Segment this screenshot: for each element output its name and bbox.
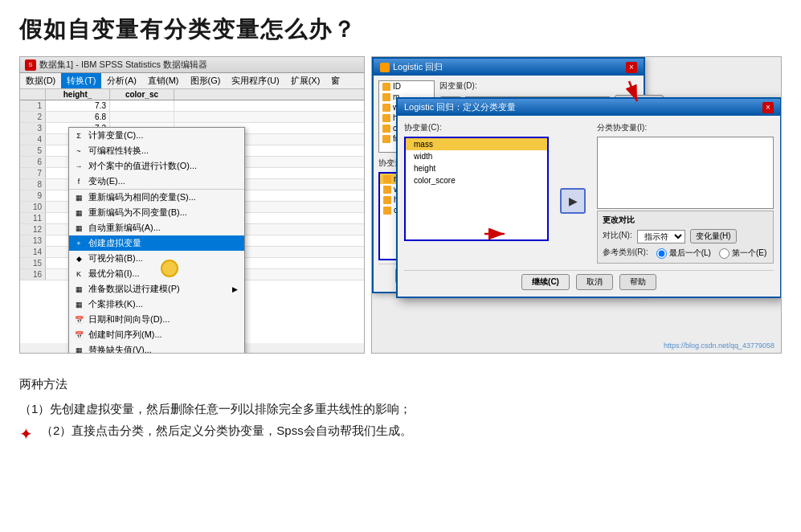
menu-graphs[interactable]: 图形(G)	[185, 73, 227, 88]
change-contrast-btn[interactable]: 变化量(H)	[690, 229, 737, 243]
logistic-close-btn[interactable]: ×	[626, 62, 637, 73]
menu-item-rank[interactable]: ▦ 个案排秩(K)...	[69, 297, 244, 312]
logistic-title: Logistic 回归	[393, 61, 443, 73]
prepare-model-icon: ▦	[72, 283, 85, 296]
timeseries-icon: 📅	[72, 329, 85, 342]
menu-utilities[interactable]: 实用程序(U)	[226, 73, 284, 88]
count-icon: →	[72, 160, 85, 173]
contrast-row: 对比(N): 指示符 变化量(H)	[603, 229, 768, 243]
replace-missing-icon: ▦	[72, 344, 85, 354]
var-icon-co	[382, 125, 390, 133]
dependent-label: 因变量(D):	[439, 80, 610, 92]
define-cat-dialog: Logistic 回归：定义分类变量 × 协变量(C): mass	[396, 97, 782, 298]
logistic-titlebar: Logistic 回归 ×	[374, 59, 644, 76]
create-dummy-icon: +	[72, 237, 85, 250]
ref-first-radio[interactable]	[719, 248, 729, 259]
left-screenshot: S 数据集1] - IBM SPSS Statistics 数据编辑器 数据(D…	[19, 56, 365, 354]
transform-menu: Σ 计算变量(C)... ~ 可编程性转换... → 对个案中的值进行计数(O)…	[68, 127, 245, 354]
change-contrast-label: 更改对比	[603, 215, 768, 226]
star-icon: ✦	[19, 419, 33, 448]
menu-item-visual-bin[interactable]: ◆ 可视分箱(B)...	[69, 251, 244, 266]
btn-cat-cancel[interactable]: 取消	[576, 274, 613, 290]
ref-last-text: 最后一个(L)	[669, 248, 711, 259]
page-title: 假如自变量有分类变量怎么办？	[19, 14, 782, 45]
method-item-1-text: （1）先创建虚拟变量，然后删除任意一列以排除完全多重共线性的影响；	[19, 398, 411, 419]
optimal-bin-icon: K	[72, 268, 85, 280]
menu-extend[interactable]: 扩展(X)	[285, 73, 326, 88]
menu-analyze[interactable]: 分析(A)	[101, 73, 142, 88]
menu-item-shift[interactable]: f 变动(E)...	[69, 174, 244, 189]
watermark: https://blog.csdn.net/qq_43779058	[664, 342, 774, 350]
cat-cov-height: height	[406, 162, 547, 174]
ref-first-text: 第一个(E)	[732, 248, 766, 259]
menu-item-create-dummy[interactable]: + 创建虚拟变量	[69, 235, 244, 251]
ref-radio-row: 参考类别(R): 最后一个(L) 第一个(E)	[603, 247, 768, 260]
menu-item-recode-diff[interactable]: ▦ 重新编码为不同变量(B)...	[69, 205, 244, 220]
cat-covariates-box: mass width height color_score	[404, 137, 549, 241]
menu-item-programmable[interactable]: ~ 可编程性转换...	[69, 143, 244, 158]
contrast-label: 对比(N):	[603, 230, 632, 241]
cursor-indicator	[161, 260, 178, 277]
menu-item-count[interactable]: → 对个案中的值进行计数(O)...	[69, 158, 244, 174]
rank-icon: ▦	[72, 298, 85, 311]
submenu-arrow-icon: ▶	[232, 285, 238, 293]
contrast-select[interactable]: 指示符	[637, 230, 685, 243]
arrow-to-categorical[interactable]: ▶	[560, 188, 586, 214]
shift-icon: f	[72, 175, 85, 188]
menu-item-timeseries[interactable]: 📅 创建时间序列(M)...	[69, 327, 244, 342]
menu-data[interactable]: 数据(D)	[20, 73, 61, 88]
spss-app-icon: S	[25, 59, 36, 71]
left-menubar: 数据(D) 转换(T) 分析(A) 直销(M) 图形(G) 实用程序(U) 扩展…	[20, 73, 364, 89]
cov-icon-width	[383, 186, 391, 194]
method-item-2: ✦ （2）直接点击分类，然后定义分类协变量，Spss会自动帮我们生成。	[19, 419, 782, 448]
method-intro: 两种方法	[19, 373, 782, 395]
menu-transform[interactable]: 转换(T)	[61, 73, 101, 88]
ref-first-label: 第一个(E)	[719, 248, 766, 259]
change-contrast-section: 更改对比 对比(N): 指示符 变化量(H) 参考类别(R):	[597, 211, 774, 264]
data-grid-area: height_ color_sc 17.3 26.8 37.2 47.8 57.…	[20, 89, 364, 343]
var-icon-w	[382, 104, 390, 112]
define-cat-close-btn[interactable]: ×	[762, 102, 774, 113]
cov-icon-height	[383, 196, 391, 204]
screenshots-row: S 数据集1] - IBM SPSS Statistics 数据编辑器 数据(D…	[19, 56, 782, 354]
var-icon-he	[382, 114, 390, 122]
define-cat-titlebar: Logistic 回归：定义分类变量 ×	[398, 99, 780, 116]
define-cat-title: Logistic 回归：定义分类变量	[404, 101, 516, 113]
menu-item-compute[interactable]: Σ 计算变量(C)...	[69, 128, 244, 143]
btn-cat-help[interactable]: 帮助	[619, 274, 656, 290]
ref-last-radio[interactable]	[656, 248, 667, 259]
visual-bin-icon: ◆	[72, 252, 85, 265]
recode-same-icon: ▦	[72, 191, 85, 204]
cat-cov-color: color_score	[406, 174, 547, 186]
auto-recode-icon: ▦	[72, 222, 85, 235]
method-item-2-text: （2）直接点击分类，然后定义分类协变量，Spss会自动帮我们生成。	[41, 419, 412, 441]
menu-item-replace-missing[interactable]: ▦ 替换缺失值(V)...	[69, 342, 244, 354]
cat-dialog-content: 协变量(C): mass width height	[398, 116, 780, 297]
menu-item-recode-same[interactable]: ▦ 重新编码为相同的变量(S)...	[69, 189, 244, 205]
programmable-icon: ~	[72, 145, 85, 158]
menu-item-optimal-bin[interactable]: K 最优分箱(I)...	[69, 266, 244, 281]
ref-label: 参考类别(R):	[603, 247, 648, 258]
left-window-titlebar: S 数据集1] - IBM SPSS Statistics 数据编辑器	[20, 57, 364, 73]
method-item-1: （1）先创建虚拟变量，然后删除任意一列以排除完全多重共线性的影响；	[19, 398, 782, 419]
menu-item-prepare-model[interactable]: ▦ 准备数据以进行建模(P) ▶	[69, 281, 244, 297]
menu-item-datetime[interactable]: 📅 日期和时间向导(D)...	[69, 312, 244, 327]
logistic-window-icon	[380, 63, 390, 72]
menu-window[interactable]: 窗	[325, 73, 345, 88]
col-color-score: color_sc	[110, 89, 174, 100]
recode-diff-icon: ▦	[72, 207, 85, 219]
cat-cov-mass: mass	[406, 138, 547, 150]
right-screenshot: Logistic 回归 × ID m w he	[371, 56, 782, 354]
btn-continue[interactable]: 继续(C)	[521, 274, 570, 290]
row-num-header	[20, 89, 46, 100]
bottom-text: 两种方法 （1）先创建虚拟变量，然后删除任意一列以排除完全多重共线性的影响； ✦…	[19, 366, 782, 448]
menu-direct[interactable]: 直销(M)	[142, 73, 185, 88]
cat-cov-width: width	[406, 150, 547, 162]
menu-item-auto-recode[interactable]: ▦ 自动重新编码(A)...	[69, 220, 244, 235]
col-height: height_	[46, 89, 110, 100]
var-icon-id	[382, 83, 390, 91]
cov-icon-mass	[383, 175, 391, 183]
list-item-id: ID	[379, 81, 434, 92]
col-headers: height_ color_sc	[20, 89, 364, 100]
var-icon-m	[382, 93, 390, 101]
